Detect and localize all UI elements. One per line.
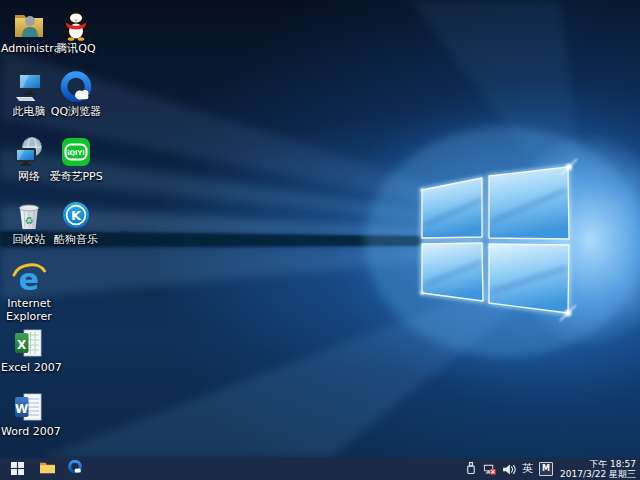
- icon-label: 爱奇艺PPS: [48, 171, 104, 184]
- network-disconnected-icon[interactable]: [483, 460, 496, 479]
- internet-explorer-icon: e: [11, 261, 47, 297]
- word-icon: W: [11, 389, 47, 425]
- taskbar-file-explorer-button[interactable]: [34, 458, 61, 480]
- desktop-icon-internet-explorer[interactable]: e Internet Explorer: [1, 261, 57, 323]
- desktop-icon-tencent-qq[interactable]: 腾讯QQ: [48, 6, 104, 56]
- qq-penguin-icon: [58, 6, 94, 42]
- icon-label: 腾讯QQ: [48, 43, 104, 56]
- kugou-music-icon: K: [58, 197, 94, 233]
- icon-label: QQ浏览器: [48, 106, 104, 119]
- administrator-folder-icon: [11, 6, 47, 42]
- desktop-icon-kugou-music[interactable]: K 酷狗音乐: [48, 197, 104, 247]
- icon-label: 酷狗音乐: [48, 234, 104, 247]
- desktop: Administra... 腾讯QQ: [0, 0, 640, 480]
- icon-label: Internet Explorer: [1, 298, 57, 323]
- svg-text:iQIYI: iQIYI: [67, 149, 84, 157]
- computer-monitor-icon: [11, 69, 47, 105]
- taskbar: 英 M 下午 18:57 2017/3/22 星期三: [0, 458, 640, 480]
- svg-text:X: X: [17, 338, 27, 352]
- ime-language-indicator[interactable]: 英: [522, 458, 533, 480]
- qq-browser-icon: [67, 459, 83, 479]
- ime-mode-badge[interactable]: M: [539, 462, 553, 476]
- svg-text:W: W: [15, 402, 28, 416]
- windows-logo-icon: [11, 460, 24, 479]
- desktop-icon-excel-2007[interactable]: X Excel 2007: [1, 325, 57, 375]
- svg-text:K: K: [71, 208, 82, 223]
- qq-browser-icon: [58, 69, 94, 105]
- desktop-icon-qq-browser[interactable]: QQ浏览器: [48, 69, 104, 119]
- taskbar-clock[interactable]: 下午 18:57 2017/3/22 星期三: [558, 459, 640, 480]
- clock-time: 下午 18:57: [560, 459, 636, 470]
- usb-device-icon[interactable]: [465, 460, 477, 479]
- desktop-icon-word-2007[interactable]: W Word 2007: [1, 389, 57, 439]
- svg-text:♻: ♻: [25, 215, 34, 226]
- excel-icon: X: [11, 325, 47, 361]
- volume-icon[interactable]: [502, 460, 516, 479]
- clock-date: 2017/3/22 星期三: [560, 469, 636, 480]
- desktop-icon-iqiyi-pps[interactable]: iQIYI 爱奇艺PPS: [48, 134, 104, 184]
- system-tray: 英 M: [465, 458, 553, 480]
- icon-label: Word 2007: [1, 426, 57, 439]
- recycle-bin-icon: ♻: [11, 197, 47, 233]
- start-button[interactable]: [0, 458, 34, 480]
- iqiyi-icon: iQIYI: [58, 134, 94, 170]
- icon-label: Excel 2007: [1, 362, 57, 375]
- folder-icon: [39, 460, 56, 479]
- taskbar-qq-browser-button[interactable]: [61, 458, 88, 480]
- network-globe-monitor-icon: [11, 134, 47, 170]
